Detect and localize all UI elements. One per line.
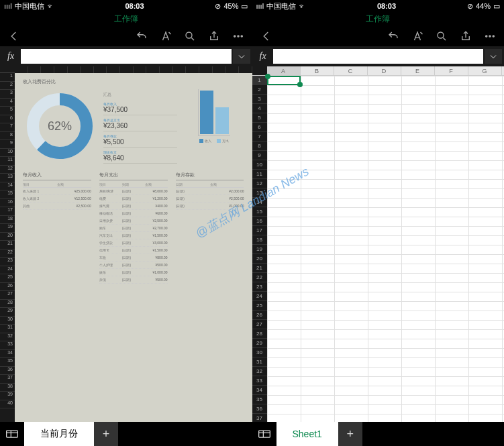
font-style-icon[interactable]: [411, 30, 423, 42]
signal-icon: ıııl: [256, 2, 264, 10]
table-savings: 每月存款日期金额(日期)¥2,000.00(日期)¥2,500.00(日期)¥1…: [176, 172, 244, 284]
search-icon[interactable]: [184, 30, 196, 42]
share-icon[interactable]: [460, 30, 472, 42]
toolbar: [252, 26, 505, 46]
svg-point-1: [234, 36, 235, 37]
svg-rect-13: [258, 431, 270, 437]
fx-label: fx: [254, 51, 272, 62]
formula-input[interactable]: [21, 49, 231, 64]
fx-label: fx: [2, 51, 19, 62]
dashboard-title: 收入花费百分比: [23, 78, 244, 85]
sheets-list-icon[interactable]: [0, 422, 24, 446]
bar-chart: 收入 支出: [184, 89, 244, 143]
donut-percent: 62%: [23, 89, 97, 163]
battery-percent: 45%: [223, 2, 238, 10]
selection-outline[interactable]: [267, 76, 301, 85]
active-sheet-tab[interactable]: Sheet1: [276, 422, 338, 446]
undo-icon[interactable]: [387, 30, 399, 42]
back-icon[interactable]: [8, 30, 20, 42]
battery-icon: ▭: [241, 2, 248, 11]
workbook-title: 工作簿: [252, 12, 505, 26]
formula-bar: fx: [0, 46, 252, 66]
svg-point-3: [241, 36, 242, 37]
undo-icon[interactable]: [136, 30, 148, 42]
cells[interactable]: [267, 76, 505, 422]
wifi-icon: ᯤ: [299, 2, 306, 10]
column-headers: ABCDEFG: [252, 66, 505, 76]
svg-point-12: [493, 36, 494, 37]
add-sheet-button[interactable]: +: [94, 422, 118, 446]
formula-input[interactable]: [273, 49, 483, 64]
phone-right: ıııl 中国电信 ᯤ 08:03 ⊘ 44% ▭ 工作簿 fx ABCDEF: [252, 0, 505, 446]
clock: 08:03: [377, 2, 396, 10]
add-sheet-button[interactable]: +: [338, 422, 362, 446]
formula-dropdown[interactable]: [233, 49, 250, 64]
orientation-lock-icon: ⊘: [215, 2, 221, 11]
dashboard-sheet[interactable]: 收入花费百分比 62% 汇总 每月收入¥37,500每月总支出¥23,360每月…: [15, 66, 252, 422]
search-icon[interactable]: [436, 30, 448, 42]
selection-handle-tl[interactable]: [265, 74, 270, 79]
formula-dropdown[interactable]: [485, 49, 502, 64]
battery-percent: 44%: [476, 2, 491, 10]
sheet-tabs: Sheet1 +: [252, 422, 505, 446]
font-style-icon[interactable]: [160, 30, 172, 42]
carrier-label: 中国电信: [266, 1, 296, 11]
sheet-tabs: 当前月份 +: [0, 422, 252, 446]
donut-chart: 62%: [23, 89, 97, 163]
orientation-lock-icon: ⊘: [467, 2, 473, 11]
grid-area[interactable]: ABCDEFG 12345678910111213141516171819202…: [252, 66, 505, 422]
more-icon[interactable]: [484, 30, 496, 42]
table-income: 每月收入项目金额收入来源 1¥25,000.00收入来源 2¥12,500.00…: [23, 172, 91, 284]
share-icon[interactable]: [208, 30, 220, 42]
row-headers: 1234567891011121314151617181920212223242…: [252, 76, 267, 422]
carrier-label: 中国电信: [15, 1, 44, 11]
sheets-list-icon[interactable]: [252, 422, 276, 446]
svg-point-9: [438, 32, 444, 38]
svg-point-0: [186, 32, 192, 38]
battery-icon: ▭: [493, 2, 500, 11]
formula-bar: fx: [252, 46, 505, 66]
row-headers: 1234567891011121314151617181920212223242…: [0, 66, 15, 422]
signal-icon: ıııl: [4, 2, 12, 10]
status-bar: ıııl 中国电信 ᯤ 08:03 ⊘ 45% ▭: [0, 0, 252, 12]
active-sheet-tab[interactable]: 当前月份: [24, 422, 94, 446]
back-icon[interactable]: [260, 30, 272, 42]
svg-rect-6: [7, 431, 18, 437]
status-bar: ıııl 中国电信 ᯤ 08:03 ⊘ 44% ▭: [252, 0, 505, 12]
wifi-icon: ᯤ: [47, 2, 54, 10]
summary-block: 汇总 每月收入¥37,500每月总支出¥23,360每月存款¥5,500现金收支…: [103, 89, 177, 164]
svg-point-11: [489, 36, 491, 37]
selection-handle-br[interactable]: [297, 82, 303, 87]
workbook-title: 工作簿: [0, 12, 252, 26]
more-icon[interactable]: [232, 30, 244, 42]
svg-point-2: [237, 36, 238, 37]
table-expense: 每月支出项目到期金额房租/房贷(日期)¥8,000.00电费(日期)¥1,200…: [99, 172, 168, 284]
svg-point-10: [486, 36, 487, 37]
sheet-area[interactable]: 1234567891011121314151617181920212223242…: [0, 66, 252, 422]
phone-left: ıııl 中国电信 ᯤ 08:03 ⊘ 45% ▭ 工作簿 fx 123456: [0, 0, 252, 446]
clock: 08:03: [125, 2, 144, 10]
toolbar: [0, 26, 252, 46]
